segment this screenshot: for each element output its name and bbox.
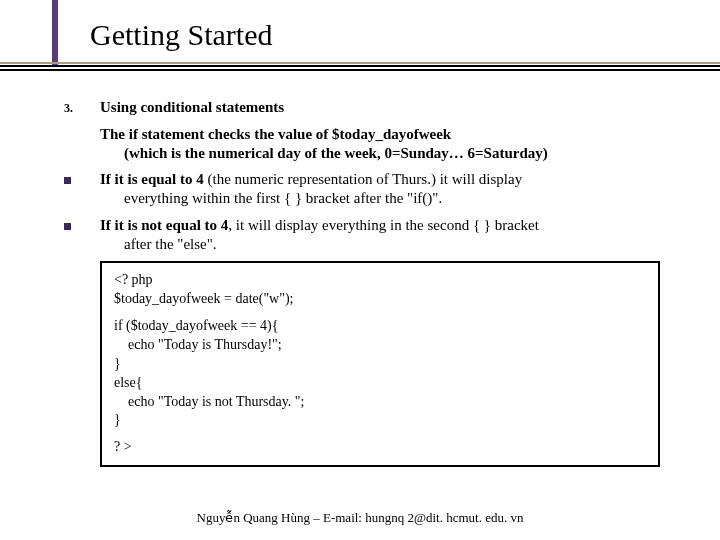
accent-bar (52, 0, 58, 65)
code-line: echo "Today is not Thursday. "; (114, 393, 646, 412)
intro-body: The if statement checks the value of $to… (100, 125, 680, 163)
slide: Getting Started 3. Using conditional sta… (0, 0, 720, 540)
intro-text: The if statement checks the value of $to… (60, 125, 680, 163)
bullet1-rest2: everything within the first { } bracket … (100, 190, 442, 206)
bullet2-rest2: after the "else". (100, 236, 217, 252)
section-heading: Using conditional statements (100, 98, 680, 117)
bullet-body: If it is not equal to 4, it will display… (100, 216, 680, 254)
rule-line (0, 62, 720, 64)
bullet1-rest1: (the numeric representation of Thurs.) i… (204, 171, 522, 187)
list-number: 3. (60, 98, 100, 116)
footer-text: Nguyễn Quang Hùng – E-mail: hungnq 2@dit… (0, 510, 720, 526)
spacer (60, 125, 100, 128)
code-gap (114, 430, 646, 438)
bullet1-bold: If it is equal to 4 (100, 171, 204, 187)
rule-line (0, 69, 720, 71)
rule-line (0, 65, 720, 67)
bullet-item: If it is equal to 4 (the numeric represe… (60, 170, 680, 208)
bullet-item: If it is not equal to 4, it will display… (60, 216, 680, 254)
code-line: $today_dayofweek = date("w"); (114, 290, 646, 309)
content-area: 3. Using conditional statements The if s… (60, 98, 680, 467)
intro-line2: (which is the numerical day of the week,… (100, 145, 548, 161)
bullet-body: If it is equal to 4 (the numeric represe… (100, 170, 680, 208)
code-line: } (114, 411, 646, 430)
code-line: else{ (114, 374, 646, 393)
code-line: } (114, 355, 646, 374)
bullet-icon (60, 170, 100, 188)
title-block: Getting Started (90, 18, 650, 52)
code-line: echo "Today is Thursday!"; (114, 336, 646, 355)
bullet-icon (60, 216, 100, 234)
slide-title: Getting Started (90, 18, 650, 52)
numbered-item: 3. Using conditional statements (60, 98, 680, 117)
bullet2-bold: If it is not equal to 4 (100, 217, 228, 233)
intro-var: $today_dayofweek (332, 126, 451, 142)
code-box: <? php $today_dayofweek = date("w"); if … (100, 261, 660, 467)
code-line: if ($today_dayofweek == 4){ (114, 317, 646, 336)
code-gap (114, 309, 646, 317)
bullet2-rest1: , it will display everything in the seco… (228, 217, 539, 233)
code-line: ? > (114, 438, 646, 457)
intro-bold-1: The if statement checks the value of (100, 126, 332, 142)
code-line: <? php (114, 271, 646, 290)
title-underline (0, 62, 720, 71)
